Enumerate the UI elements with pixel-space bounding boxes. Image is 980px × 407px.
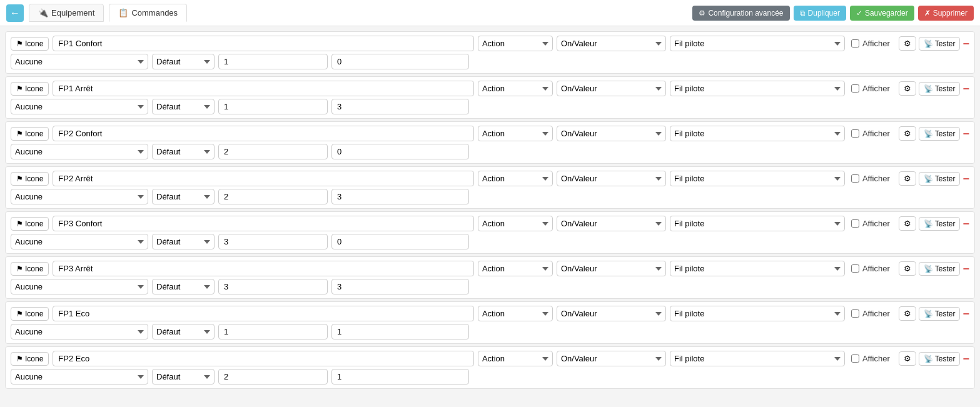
afficher-checkbox[interactable] [851,354,859,363]
config-avancee-button[interactable]: ⚙ Configuration avancée [692,6,789,21]
fil-value-input[interactable] [331,279,469,294]
command-name-input[interactable] [53,261,474,276]
settings-button[interactable]: ⚙ [899,36,916,51]
icon-button[interactable]: ⚑ Icone [11,172,49,186]
type-select[interactable]: On/Valeur SliderColorMessage [557,306,666,321]
remove-button[interactable]: − [962,173,969,184]
tester-button[interactable]: 📡 Tester [919,37,961,51]
remove-button[interactable]: − [962,263,969,274]
tester-button[interactable]: 📡 Tester [919,307,961,321]
tester-button[interactable]: 📡 Tester [919,82,961,96]
sauvegarder-button[interactable]: ✓ Sauvegarder [850,6,914,21]
supprimer-button[interactable]: ✗ Supprimer [918,6,974,21]
command-name-input[interactable] [53,36,474,51]
defaut-select[interactable]: Défaut Option1 [152,369,215,384]
type-select[interactable]: On/Valeur SliderColorMessage [557,126,666,141]
tester-button[interactable]: 📡 Tester [919,262,961,276]
settings-button[interactable]: ⚙ [899,81,916,96]
type-select[interactable]: On/Valeur SliderColorMessage [557,171,666,186]
command-name-input[interactable] [53,351,474,366]
type-select[interactable]: On/Valeur SliderColorMessage [557,81,666,96]
tester-button[interactable]: 📡 Tester [919,127,961,141]
icon-button[interactable]: ⚑ Icone [11,127,49,141]
icon-button[interactable]: ⚑ Icone [11,82,49,96]
action-select[interactable]: Action Info [478,126,553,141]
type-select[interactable]: On/Valeur SliderColorMessage [557,216,666,231]
fil-value-input[interactable] [331,99,469,114]
remove-button[interactable]: − [962,308,969,319]
aucune-select[interactable]: Aucune Option1 [11,99,148,114]
aucune-select[interactable]: Aucune Option1 [11,279,148,294]
aucune-select[interactable]: Aucune Option1 [11,369,148,384]
afficher-checkbox[interactable] [851,39,859,48]
afficher-checkbox[interactable] [851,129,859,138]
value-input[interactable] [218,369,328,384]
action-select[interactable]: Action Info [478,306,553,321]
value-input[interactable] [218,54,328,69]
action-select[interactable]: Action Info [478,171,553,186]
type-select[interactable]: On/Valeur SliderColorMessage [557,261,666,276]
source-select[interactable]: Fil pilote Autre [670,306,845,321]
aucune-select[interactable]: Aucune Option1 [11,189,148,204]
action-select[interactable]: Action Info [478,261,553,276]
icon-button[interactable]: ⚑ Icone [11,307,49,321]
tab-equipement[interactable]: 🔌 Equipement [29,4,104,22]
afficher-checkbox[interactable] [851,174,859,183]
source-select[interactable]: Fil pilote Autre [670,171,845,186]
command-name-input[interactable] [53,306,474,321]
aucune-select[interactable]: Aucune Option1 [11,234,148,249]
settings-button[interactable]: ⚙ [899,306,916,321]
aucune-select[interactable]: Aucune Option1 [11,144,148,159]
tester-button[interactable]: 📡 Tester [919,217,961,231]
command-name-input[interactable] [53,216,474,231]
source-select[interactable]: Fil pilote Autre [670,261,845,276]
type-select[interactable]: On/Valeur SliderColorMessage [557,36,666,51]
action-select[interactable]: Action Info [478,36,553,51]
defaut-select[interactable]: Défaut Option1 [152,144,215,159]
source-select[interactable]: Fil pilote Autre [670,36,845,51]
fil-value-input[interactable] [331,369,469,384]
dupliquer-button[interactable]: ⧉ Dupliquer [794,6,846,21]
value-input[interactable] [218,99,328,114]
tester-button[interactable]: 📡 Tester [919,172,961,186]
remove-button[interactable]: − [962,38,969,49]
action-select[interactable]: Action Info [478,216,553,231]
settings-button[interactable]: ⚙ [899,171,916,186]
icon-button[interactable]: ⚑ Icone [11,37,49,51]
tab-commandes[interactable]: 📋 Commandes [109,4,187,22]
defaut-select[interactable]: Défaut Option1 [152,234,215,249]
settings-button[interactable]: ⚙ [899,261,916,276]
defaut-select[interactable]: Défaut Option1 [152,279,215,294]
value-input[interactable] [218,144,328,159]
remove-button[interactable]: − [962,218,969,229]
source-select[interactable]: Fil pilote Autre [670,81,845,96]
remove-button[interactable]: − [962,83,969,94]
defaut-select[interactable]: Défaut Option1 [152,54,215,69]
fil-value-input[interactable] [331,54,469,69]
afficher-checkbox[interactable] [851,219,859,228]
command-name-input[interactable] [53,171,474,186]
fil-value-input[interactable] [331,324,469,339]
remove-button[interactable]: − [962,128,969,139]
action-select[interactable]: Action Info [478,351,553,366]
icon-button[interactable]: ⚑ Icone [11,352,49,366]
back-button[interactable]: ← [6,4,24,22]
source-select[interactable]: Fil pilote Autre [670,351,845,366]
aucune-select[interactable]: Aucune Option1 [11,324,148,339]
settings-button[interactable]: ⚙ [899,216,916,231]
type-select[interactable]: On/Valeur SliderColorMessage [557,351,666,366]
command-name-input[interactable] [53,126,474,141]
defaut-select[interactable]: Défaut Option1 [152,99,215,114]
fil-value-input[interactable] [331,189,469,204]
source-select[interactable]: Fil pilote Autre [670,216,845,231]
afficher-checkbox[interactable] [851,264,859,273]
aucune-select[interactable]: Aucune Option1 [11,54,148,69]
afficher-checkbox[interactable] [851,84,859,93]
settings-button[interactable]: ⚙ [899,126,916,141]
fil-value-input[interactable] [331,144,469,159]
tester-button[interactable]: 📡 Tester [919,352,961,366]
fil-value-input[interactable] [331,234,469,249]
afficher-checkbox[interactable] [851,309,859,318]
icon-button[interactable]: ⚑ Icone [11,217,49,231]
source-select[interactable]: Fil pilote Autre [670,126,845,141]
